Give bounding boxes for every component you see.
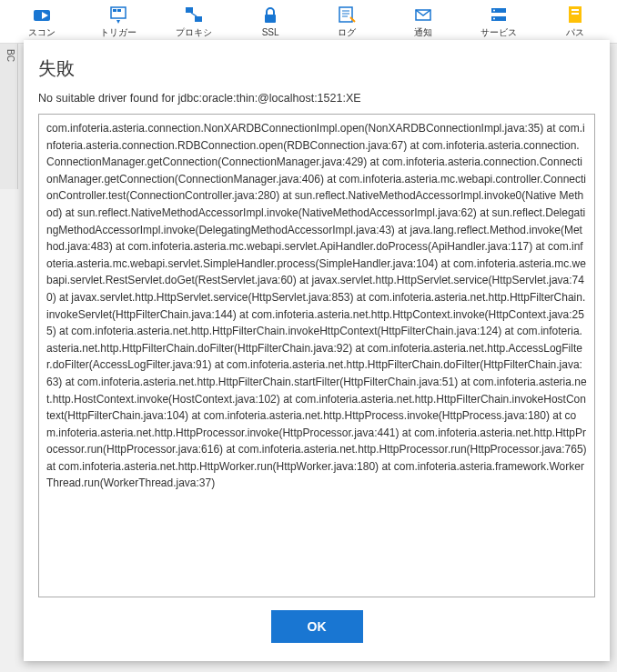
toolbar-item-log[interactable]: ログ xyxy=(308,3,385,41)
toolbar-label: パス xyxy=(566,26,584,39)
notify-icon xyxy=(413,5,433,25)
toolbar-label: 通知 xyxy=(414,26,432,39)
ok-button[interactable]: OK xyxy=(271,610,363,643)
path-icon xyxy=(565,5,585,25)
stacktrace[interactable]: com.infoteria.asteria.connection.NonXARD… xyxy=(38,114,595,597)
toolbar-label: サービス xyxy=(480,26,517,39)
svg-point-14 xyxy=(493,9,495,11)
svg-point-15 xyxy=(493,17,495,19)
error-dialog: 失敗 No suitable driver found for jdbc:ora… xyxy=(24,40,610,661)
toolbar-item-notify[interactable]: 通知 xyxy=(385,3,461,41)
dialog-message: No suitable driver found for jdbc:oracle… xyxy=(38,92,595,105)
toolbar-item-service[interactable]: サービス xyxy=(461,3,538,41)
svg-rect-3 xyxy=(117,9,121,12)
trigger-icon xyxy=(108,5,128,25)
toolbar-label: スコン xyxy=(28,26,56,39)
toolbar-item-scon[interactable]: スコン xyxy=(4,3,80,41)
toolbar-label: プロキシ xyxy=(176,26,212,39)
toolbar-label: トリガー xyxy=(100,26,137,39)
sidebar-label: BC xyxy=(5,49,15,62)
dialog-title: 失敗 xyxy=(38,56,595,81)
ssl-lock-icon xyxy=(260,5,280,25)
toolbar-item-ssl[interactable]: SSL xyxy=(232,3,308,41)
toolbar-item-path[interactable]: パス xyxy=(537,3,613,41)
svg-rect-7 xyxy=(339,7,352,22)
svg-rect-2 xyxy=(113,9,116,12)
svg-rect-1 xyxy=(111,7,126,18)
svg-rect-6 xyxy=(265,15,276,23)
service-icon xyxy=(489,5,509,25)
log-icon xyxy=(337,5,357,25)
toolbar-label: SSL xyxy=(262,27,279,37)
svg-rect-4 xyxy=(186,7,193,13)
toolbar-label: ログ xyxy=(338,26,356,39)
toolbar-item-trigger[interactable]: トリガー xyxy=(80,3,157,41)
toolbar-icon xyxy=(32,5,52,25)
svg-rect-5 xyxy=(195,16,202,22)
proxy-icon xyxy=(184,5,204,25)
toolbar: スコン トリガー プロキシ SSL ログ 通知 サービス パス xyxy=(0,0,617,44)
toolbar-item-proxy[interactable]: プロキシ xyxy=(157,3,233,41)
svg-rect-18 xyxy=(571,13,579,15)
svg-rect-17 xyxy=(571,9,579,11)
dialog-buttons: OK xyxy=(38,610,595,643)
sidebar: BC xyxy=(0,44,18,189)
